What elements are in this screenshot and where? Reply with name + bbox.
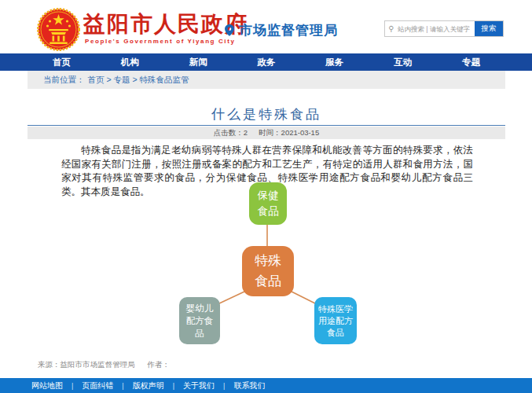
main-nav: 首页 机构 新闻 政务 服务 互动 专题 <box>0 53 532 71</box>
nav-item-interaction[interactable]: 互动 <box>369 53 437 71</box>
breadcrumb: 当前位置： 首页 > 专题 > 特殊食品监管 <box>28 71 505 89</box>
footer-link-sitemap[interactable]: 网站地图 <box>31 380 63 391</box>
nav-item-services[interactable]: 服务 <box>300 53 369 71</box>
location-pin-icon <box>225 24 234 36</box>
footer-link-about[interactable]: 关于我们 <box>164 380 215 391</box>
source-line: 来源：益阳市市场监督管理局 作者： <box>38 360 170 370</box>
diagram-node-infant-formula: 婴幼儿配方食品 <box>179 297 220 344</box>
search-icon: ⚲ <box>385 21 398 36</box>
nav-item-topics[interactable]: 专题 <box>437 53 505 71</box>
breadcrumb-label: 当前位置： <box>43 75 85 86</box>
department-block: 市场监督管理局 <box>225 21 338 39</box>
diagram-node-health-food: 保健食品 <box>249 182 287 225</box>
click-count: 点击数：2 <box>214 128 248 138</box>
search-input[interactable] <box>398 21 475 36</box>
breadcrumb-path[interactable]: 首页 > 专题 > 特殊食品监管 <box>88 75 189 86</box>
site-title-english: People's Government of Yiyang City <box>85 38 235 45</box>
diagram-node-medical-formula: 特殊医学用途配方食品 <box>314 297 357 344</box>
article-source: 来源：益阳市市场监督管理局 <box>38 360 135 370</box>
nav-item-news[interactable]: 新闻 <box>164 53 233 71</box>
national-emblem-logo <box>37 8 80 51</box>
footer-link-error-report[interactable]: 页面纠错 <box>63 380 113 391</box>
footer-links: 网站地图 页面纠错 版权声明 关于我们 联系我们 <box>31 378 265 393</box>
page-title: 什么是特殊食品 <box>28 105 505 123</box>
publish-time: 时间：2021-03-15 <box>259 128 319 138</box>
article-author: 作者： <box>148 360 171 370</box>
diagram-node-special-food: 特殊食品 <box>242 246 294 296</box>
title-divider <box>28 125 505 126</box>
nav-item-gov-affairs[interactable]: 政务 <box>233 53 301 71</box>
header: 益阳市人民政府 People's Government of Yiyang Ci… <box>0 0 532 53</box>
search-box: ⚲ 搜索 <box>384 20 504 37</box>
footer-link-copyright[interactable]: 版权声明 <box>113 380 163 391</box>
footer-link-contact[interactable]: 联系我们 <box>215 380 265 391</box>
footer: 网站地图 页面纠错 版权声明 关于我们 联系我们 <box>0 378 532 393</box>
page: 益阳市人民政府 People's Government of Yiyang Ci… <box>0 0 532 393</box>
department-name: 市场监督管理局 <box>239 21 338 39</box>
site-title: 益阳市人民政府 <box>83 9 248 39</box>
nav-item-orgs[interactable]: 机构 <box>96 53 164 71</box>
search-button[interactable]: 搜索 <box>475 21 503 36</box>
nav-item-home[interactable]: 首页 <box>28 53 96 71</box>
article-meta: 点击数：2 时间：2021-03-15 <box>28 127 505 139</box>
